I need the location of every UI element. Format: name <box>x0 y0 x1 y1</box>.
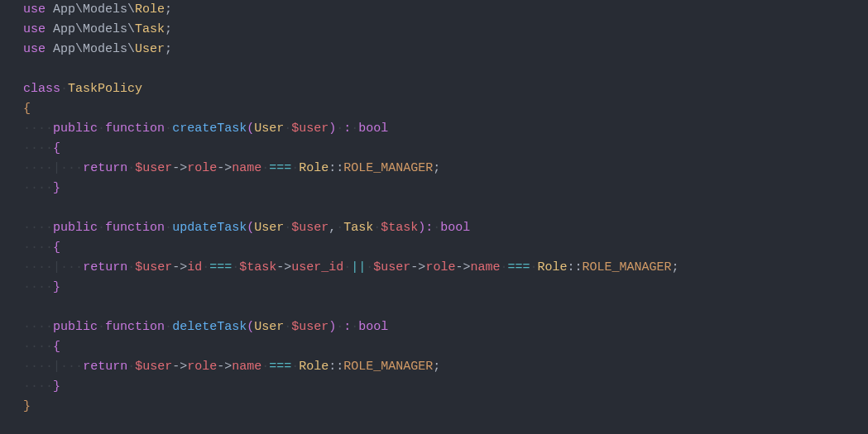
code-line: use App\Models\Task; <box>23 22 172 36</box>
code-line: { <box>23 102 31 116</box>
code-line: ····public·function·createTask(User·$use… <box>23 122 388 136</box>
code-line: ····|···return·$user->role->name·===·Rol… <box>23 161 440 175</box>
code-line: ····|···return·$user->role->name·===·Rol… <box>23 360 440 374</box>
code-line: ····|···return·$user->id·===·$task->user… <box>23 260 679 274</box>
code-line: ····{ <box>23 340 60 354</box>
code-line: class·TaskPolicy <box>23 82 142 96</box>
code-line: } <box>23 399 31 413</box>
code-line: ····public·function·updateTask(User·$use… <box>23 221 470 235</box>
code-editor[interactable]: use App\Models\Role; use App\Models\Task… <box>0 0 868 417</box>
code-line: use App\Models\User; <box>23 42 172 56</box>
code-line: ····} <box>23 280 60 294</box>
code-line: ····public·function·deleteTask(User·$use… <box>23 320 388 334</box>
code-line: use App\Models\Role; <box>23 2 172 17</box>
code-line: ····} <box>23 379 60 393</box>
code-line: ····{ <box>23 241 60 255</box>
code-line: ····} <box>23 181 60 195</box>
code-line: ····{ <box>23 141 60 155</box>
